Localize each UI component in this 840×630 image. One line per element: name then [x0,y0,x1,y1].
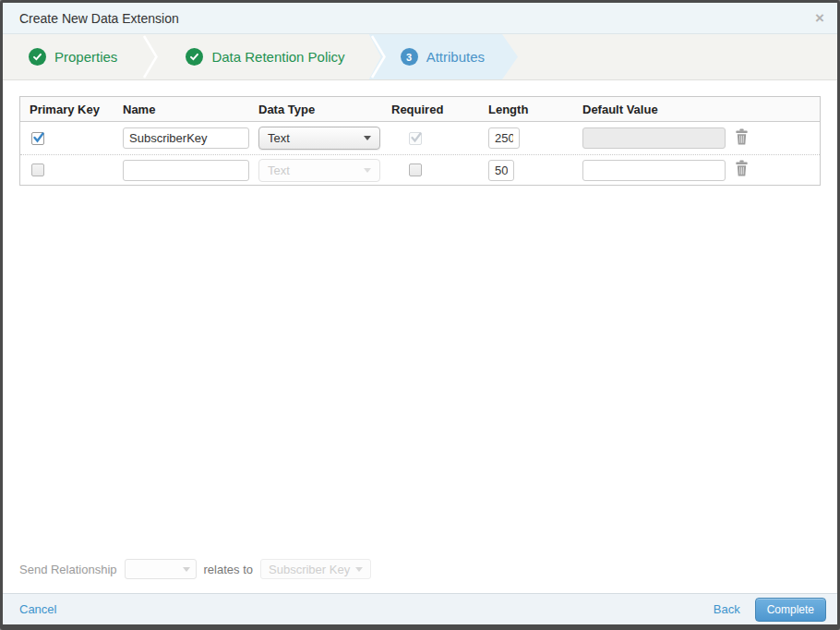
step-attributes[interactable]: 3 Attributes [369,34,518,79]
attributes-table: Primary Key Name Data Type Required Leng… [19,96,821,186]
name-input[interactable] [123,127,249,149]
send-relationship-label: Send Relationship [19,563,117,576]
trash-icon[interactable] [735,160,749,176]
check-circle-icon [29,48,46,66]
chevron-down-icon [364,168,371,173]
send-relationship-row: Send Relationship relates to Subscriber … [3,559,837,593]
trash-icon[interactable] [735,128,749,145]
step-label: Attributes [426,49,485,65]
required-checkbox [409,132,422,145]
footer-actions: Back Complete [714,598,826,622]
table-row: Text [20,122,820,155]
length-input[interactable] [488,127,520,149]
subscriber-key-select: Subscriber Key [260,559,371,579]
default-value-input [582,127,726,149]
back-link[interactable]: Back [714,602,740,616]
table-header-row: Primary Key Name Data Type Required Leng… [20,97,820,122]
modal-title: Create New Data Extension [19,11,179,26]
chevron-down-icon [183,567,190,572]
table-row: Text [20,155,820,185]
length-input[interactable] [488,160,514,181]
col-header-default-value: Default Value [582,103,732,116]
subscriber-key-value: Subscriber Key [269,563,350,576]
col-header-name: Name [123,103,258,116]
relates-to-label: relates to [204,563,253,576]
step-properties[interactable]: Properties [3,34,141,79]
check-circle-icon [186,48,203,66]
complete-button[interactable]: Complete [755,598,826,622]
default-value-input[interactable] [582,160,726,181]
step-label: Data Retention Policy [211,49,344,65]
send-relationship-field-select [125,559,197,579]
step-separator-chevron [141,34,160,79]
close-icon[interactable]: × [815,10,824,26]
cancel-link[interactable]: Cancel [19,602,56,616]
step-separator-chevron [369,34,388,79]
wizard-steps: Properties Data Retention Policy 3 Attri… [3,34,837,80]
primary-key-checkbox[interactable] [31,132,44,145]
step-number-badge: 3 [401,48,418,66]
primary-key-checkbox[interactable] [31,164,44,176]
data-type-selected-value: Text [268,131,290,145]
data-type-selected-value: Text [268,164,290,177]
modal-titlebar: Create New Data Extension × [3,3,837,34]
col-header-data-type: Data Type [258,103,391,116]
col-header-required: Required [391,103,488,116]
name-input[interactable] [123,160,249,181]
step-label: Properties [54,49,117,65]
required-checkbox[interactable] [409,164,422,176]
step-data-retention-policy[interactable]: Data Retention Policy [160,34,368,79]
chevron-down-icon [364,136,371,140]
col-header-length: Length [488,103,582,116]
modal-content: Primary Key Name Data Type Required Leng… [3,80,837,593]
chevron-down-icon [355,567,363,572]
modal-footer: Cancel Back Complete [3,593,837,624]
create-data-extension-modal: Create New Data Extension × Properties D… [0,0,840,630]
data-type-select: Text [258,159,380,182]
data-type-select[interactable]: Text [258,127,380,150]
col-header-primary-key: Primary Key [20,103,123,116]
